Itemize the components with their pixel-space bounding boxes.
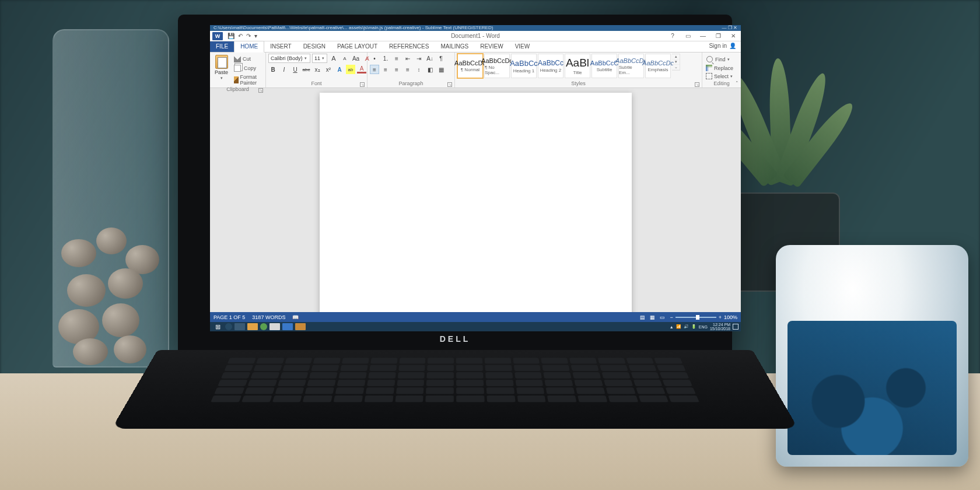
highlight-button[interactable]: ab [346, 65, 355, 74]
font-size-combo[interactable]: 11▾ [312, 54, 327, 63]
tab-mailings[interactable]: MAILINGS [435, 41, 474, 52]
align-left-button[interactable]: ≡ [370, 65, 379, 74]
line-spacing-button[interactable]: ↕ [414, 65, 424, 74]
zoom-out-button[interactable]: − [670, 314, 673, 320]
format-painter-button[interactable]: Format Painter [233, 74, 263, 86]
borders-button[interactable]: ▦ [436, 65, 446, 74]
copy-button[interactable]: Copy [233, 64, 263, 73]
start-button[interactable] [212, 323, 223, 330]
paste-button[interactable]: Paste ▾ [212, 54, 230, 82]
style-emphasis[interactable]: AaBbCcDcEmphasis [645, 54, 671, 78]
paragraph-dialog-launcher[interactable]: ↘ [447, 82, 452, 87]
taskbar-app-2[interactable] [260, 323, 267, 330]
sign-in-link[interactable]: Sign in 👤 [709, 43, 736, 49]
zoom-in-button[interactable]: + [719, 314, 722, 320]
text-effects-button[interactable]: A [335, 65, 344, 74]
styles-gallery-scroll[interactable]: ▴▾⌄ [672, 54, 680, 71]
ribbon: Paste ▾ Cut Copy Format Painter Clipboar… [210, 52, 741, 88]
taskbar-app-1[interactable] [247, 323, 258, 330]
tray-battery-icon[interactable]: 🔋 [691, 324, 696, 329]
proofing-icon[interactable]: 📖 [292, 314, 299, 320]
underline-button[interactable]: U [290, 65, 300, 74]
taskbar-app-3[interactable] [270, 323, 280, 330]
tray-date[interactable]: 15/10/2018 [710, 327, 730, 331]
restore-button[interactable]: ❐ [710, 31, 726, 41]
superscript-button[interactable]: x² [324, 65, 333, 74]
zoom-slider[interactable] [676, 317, 716, 318]
select-button[interactable]: Select▾ [705, 72, 734, 80]
search-icon [706, 56, 713, 62]
style-name: Heading 1 [513, 68, 534, 74]
numbering-button[interactable]: 1. [381, 54, 390, 63]
group-editing-label: Editing [713, 80, 730, 86]
close-button[interactable]: ✕ [726, 31, 741, 41]
taskbar-app-5[interactable] [295, 323, 306, 330]
style-normal[interactable]: AaBbCcDc¶ Normal [457, 54, 483, 78]
shrink-font-button[interactable]: A [340, 54, 349, 63]
zoom-level[interactable]: 100% [724, 314, 737, 320]
tab-view[interactable]: VIEW [509, 41, 536, 52]
bold-button[interactable]: B [268, 65, 278, 74]
document-page[interactable] [320, 93, 632, 312]
style-subtle-emphasis[interactable]: AaBbCcDcSubtle Em... [618, 54, 644, 78]
taskbar-taskview-icon[interactable] [235, 323, 245, 330]
tab-home[interactable]: HOME [234, 41, 264, 52]
style-title[interactable]: AaBlTitle [565, 54, 590, 78]
subscript-button[interactable]: x₂ [313, 65, 322, 74]
view-web-layout-button[interactable]: ▭ [660, 314, 665, 320]
tab-page-layout[interactable]: PAGE LAYOUT [331, 41, 383, 52]
justify-button[interactable]: ≡ [403, 65, 412, 74]
italic-button[interactable]: I [279, 65, 289, 74]
tray-volume-icon[interactable]: 🔊 [684, 324, 689, 329]
style-subtitle[interactable]: AaBbCcCSubtitle [592, 54, 617, 78]
strikethrough-button[interactable]: abc [302, 65, 311, 74]
multilevel-list-button[interactable]: ≡ [392, 54, 401, 63]
shading-button[interactable]: ◧ [425, 65, 435, 74]
font-color-button[interactable]: A [357, 66, 366, 74]
style-no-spacing[interactable]: AaBbCcDc¶ No Spac... [484, 54, 510, 78]
paste-dropdown-icon[interactable]: ▾ [220, 76, 223, 80]
grow-font-button[interactable]: A [329, 54, 338, 63]
replace-button[interactable]: Replace [705, 64, 734, 72]
decrease-indent-button[interactable]: ⇤ [403, 54, 412, 63]
background-window-title: C:\Users\matt\Documents\PatMatt\...\Webs… [214, 25, 493, 31]
view-read-mode-button[interactable]: ▦ [650, 314, 655, 320]
cut-button[interactable]: Cut [233, 55, 263, 63]
tray-language[interactable]: ENG [699, 325, 708, 329]
find-button[interactable]: Find▾ [705, 55, 734, 64]
tab-file[interactable]: FILE [210, 41, 234, 52]
document-canvas[interactable] [210, 88, 741, 312]
page-indicator[interactable]: PAGE 1 OF 5 [214, 314, 245, 320]
tab-references[interactable]: REFERENCES [383, 41, 435, 52]
tray-overflow-icon[interactable]: ▲ [670, 325, 674, 329]
tray-notifications-icon[interactable] [733, 324, 738, 330]
clipboard-dialog-launcher[interactable]: ↘ [258, 88, 263, 93]
ribbon-display-options-button[interactable]: ▭ [680, 31, 695, 41]
align-right-button[interactable]: ≡ [392, 65, 401, 74]
sort-button[interactable]: A↓ [425, 54, 435, 63]
view-print-layout-button[interactable]: ▤ [640, 314, 645, 320]
tray-network-icon[interactable]: 📶 [676, 324, 681, 329]
tab-insert[interactable]: INSERT [264, 41, 298, 52]
minimize-button[interactable]: — [695, 31, 710, 41]
collapse-ribbon-button[interactable]: ˄ [736, 80, 738, 86]
show-marks-button[interactable]: ¶ [436, 54, 446, 63]
taskbar-cortana-icon[interactable] [225, 323, 232, 330]
taskbar-app-4[interactable] [282, 323, 293, 330]
increase-indent-button[interactable]: ⇥ [414, 54, 424, 63]
styles-dialog-launcher[interactable]: ↘ [695, 82, 699, 87]
change-case-button[interactable]: Aa [351, 54, 360, 63]
chevron-down-icon: ▾ [672, 60, 680, 65]
align-center-button[interactable]: ≡ [381, 65, 390, 74]
style-heading-1[interactable]: AaBbCcHeading 1 [511, 54, 537, 78]
ribbon-tabs: FILE HOME INSERT DESIGN PAGE LAYOUT REFE… [210, 41, 741, 52]
tab-review[interactable]: REVIEW [474, 41, 509, 52]
font-name-combo[interactable]: Calibri (Body)▾ [268, 54, 310, 63]
bullets-button[interactable]: • [370, 54, 379, 63]
font-dialog-launcher[interactable]: ↘ [360, 82, 365, 87]
style-heading-2[interactable]: AaBbCcHeading 2 [538, 54, 564, 78]
word-count[interactable]: 3187 WORDS [252, 314, 285, 320]
tray-time[interactable]: 12:24 PM [710, 323, 730, 327]
tab-design[interactable]: DESIGN [298, 41, 331, 52]
help-button[interactable]: ? [665, 31, 680, 41]
